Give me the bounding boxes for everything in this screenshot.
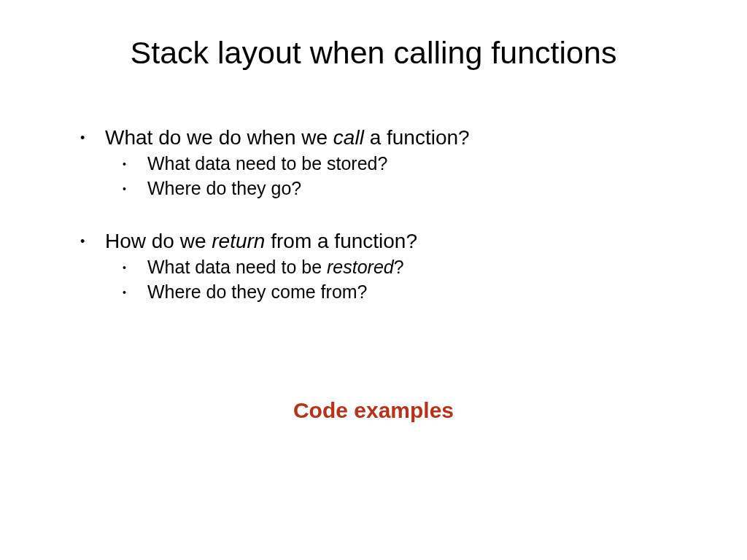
text-fragment: ? <box>394 257 404 277</box>
text-emphasis: restored <box>327 257 394 277</box>
bullet-text: What do we do when we call a function? <box>105 124 470 152</box>
sub-bullet-text: What data need to be stored? <box>147 152 387 176</box>
slide: Stack layout when calling functions • Wh… <box>0 0 747 560</box>
text-fragment: How do we <box>105 230 212 252</box>
bullet-dot-icon: • <box>123 255 147 280</box>
sub-bullet-text: Where do they go? <box>147 176 301 201</box>
text-emphasis: call <box>333 126 364 149</box>
sub-bullet-item: • What data need to be restored? <box>123 255 703 280</box>
bullet-dot-icon: • <box>80 228 105 255</box>
sub-bullet-item: • What data need to be stored? <box>123 152 703 176</box>
sub-bullet-item: • Where do they go? <box>123 176 703 201</box>
slide-title: Stack layout when calling functions <box>0 35 747 71</box>
footer-label: Code examples <box>0 398 747 423</box>
bullet-dot-icon: • <box>123 152 147 176</box>
bullet-item-return: • How do we return from a function? <box>80 228 703 255</box>
text-fragment: a function? <box>364 126 470 149</box>
spacer <box>80 201 703 228</box>
bullet-dot-icon: • <box>123 280 147 305</box>
sub-bullet-item: • Where do they come from? <box>123 280 703 305</box>
text-emphasis: return <box>212 230 265 252</box>
text-fragment: What do we do when we <box>105 126 333 149</box>
bullet-dot-icon: • <box>80 124 105 152</box>
bullet-text: How do we return from a function? <box>105 228 417 255</box>
bullet-dot-icon: • <box>123 176 147 201</box>
sub-bullet-text: What data need to be restored? <box>147 255 404 280</box>
sub-bullet-text: Where do they come from? <box>147 280 368 305</box>
text-fragment: What data need to be <box>147 257 327 277</box>
text-fragment: from a function? <box>265 230 417 252</box>
slide-body: • What do we do when we call a function?… <box>80 124 703 305</box>
bullet-item-call: • What do we do when we call a function? <box>80 124 703 152</box>
